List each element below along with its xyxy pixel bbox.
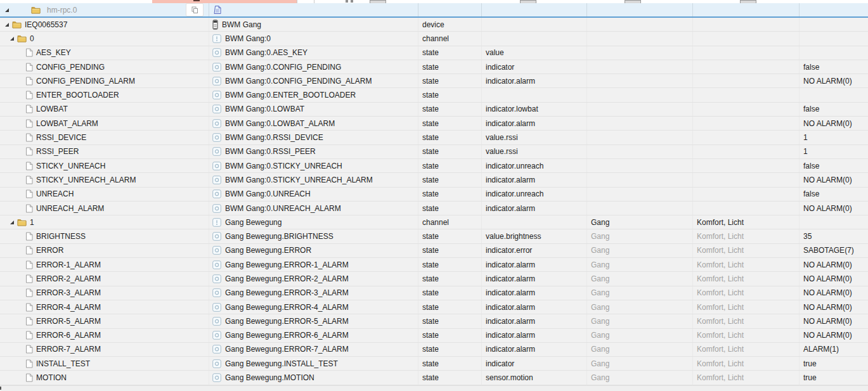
state-icon (212, 359, 221, 368)
tree-item-label: BRIGHTNESS (36, 232, 86, 241)
toolbar-button-fragment[interactable] (625, 0, 641, 3)
tree-item-label: UNREACH (36, 189, 74, 198)
table-row[interactable]: ERROR-5_ALARMGang Bewegung.ERROR-5_ALARM… (0, 314, 868, 328)
state-icon (212, 345, 221, 354)
room-cell: Gang (587, 272, 693, 285)
table-row[interactable]: AES_KEYBWM Gang:0.AES_KEYstatevalue (0, 46, 868, 60)
role-cell-text: indicator.alarm (486, 345, 535, 354)
room-cell: Gang (587, 343, 693, 356)
root-function-cell (693, 3, 800, 16)
tree-cell: ERROR-1_ALARM (0, 258, 209, 271)
tree-item-label: STICKY_UNREACH_ALARM (36, 176, 136, 184)
table-row[interactable]: ERROR-1_ALARMGang Bewegung.ERROR-1_ALARM… (0, 258, 868, 272)
table-row[interactable]: ENTER_BOOTLOADERBWM Gang:0.ENTER_BOOTLOA… (0, 88, 868, 102)
tree-cell: ENTER_BOOTLOADER (0, 88, 209, 101)
table-row[interactable]: CONFIG_PENDING_ALARMBWM Gang:0.CONFIG_PE… (0, 74, 868, 88)
room-cell-text: Gang (591, 317, 609, 326)
object-name-label: Gang Bewegung.MOTION (225, 373, 314, 382)
document-icon (212, 5, 222, 15)
type-cell-text: state (422, 105, 439, 113)
room-cell (587, 159, 693, 172)
table-row[interactable]: STICKY_UNREACHBWM Gang:0.STICKY_UNREACHs… (0, 159, 868, 173)
role-cell-text: value.brightness (486, 232, 541, 241)
copy-id-button[interactable] (186, 3, 204, 16)
object-name-label: Gang Bewegung.ERROR (225, 246, 311, 255)
room-cell: Gang (587, 215, 693, 229)
table-row[interactable]: LOWBAT_ALARMBWM Gang:0.LOWBAT_ALARMstate… (0, 117, 868, 131)
value-cell: true (800, 371, 868, 384)
state-icon (212, 48, 221, 57)
table-row[interactable]: 1Gang BewegungchannelGangKomfort, Licht (0, 215, 868, 229)
bottom-scroll-strip[interactable] (0, 385, 868, 391)
table-row[interactable]: UNREACH_ALARMBWM Gang:0.UNREACH_ALARMsta… (0, 202, 868, 215)
toolbar-button-fragment[interactable] (740, 0, 756, 3)
tree-item-label: RSSI_PEER (36, 147, 79, 156)
role-cell-text: indicator.alarm (486, 77, 535, 86)
table-row[interactable]: ERRORGang Bewegung.ERRORstateindicator.e… (0, 244, 868, 258)
type-cell: state (418, 46, 482, 60)
table-row[interactable]: MOTIONGang Bewegung.MOTIONstatesensor.mo… (0, 371, 868, 385)
table-row[interactable]: ERROR-2_ALARMGang Bewegung.ERROR-2_ALARM… (0, 272, 868, 286)
room-cell: Gang (587, 300, 693, 314)
table-row[interactable]: IEQ0065537BWM Gangdevice (0, 18, 868, 32)
function-cell (693, 202, 800, 215)
tree-item-label: ERROR-2_ALARM (36, 274, 101, 283)
table-row[interactable]: RSSI_PEERBWM Gang:0.RSSI_PEERstatevalue.… (0, 145, 868, 159)
tree-row-root[interactable]: hm-rpc.0 (0, 3, 868, 18)
table-row[interactable]: STICKY_UNREACH_ALARMBWM Gang:0.STICKY_UN… (0, 173, 868, 187)
value-cell: false (800, 188, 868, 201)
table-row[interactable]: LOWBATBWM Gang:0.LOWBATstateindicator.lo… (0, 103, 868, 117)
file-icon (25, 274, 33, 283)
role-cell-text: indicator.alarm (486, 288, 535, 297)
table-row[interactable]: ERROR-6_ALARMGang Bewegung.ERROR-6_ALARM… (0, 329, 868, 343)
expander-icon[interactable] (10, 220, 15, 225)
table-row[interactable]: UNREACHBWM Gang:0.UNREACHstateindicator.… (0, 188, 868, 202)
room-cell-text: Gang (591, 274, 609, 283)
role-cell: indicator.alarm (482, 329, 587, 342)
object-name-cell: Gang Bewegung.ERROR-5_ALARM (209, 314, 418, 328)
function-cell (693, 173, 800, 186)
tree-cell: STICKY_UNREACH_ALARM (0, 173, 209, 186)
table-row[interactable]: ERROR-3_ALARMGang Bewegung.ERROR-3_ALARM… (0, 286, 868, 300)
room-cell: Gang (587, 329, 693, 342)
function-cell: Komfort, Licht (693, 343, 800, 356)
table-row[interactable]: RSSI_DEVICEBWM Gang:0.RSSI_DEVICEstateva… (0, 131, 868, 144)
table-row[interactable]: 0BWM Gang:0channel (0, 32, 868, 46)
tree-item-label: ERROR-7_ALARM (36, 345, 101, 354)
table-row[interactable]: INSTALL_TESTGang Bewegung.INSTALL_TESTst… (0, 357, 868, 371)
object-name-cell: Gang Bewegung.ERROR-6_ALARM (209, 329, 418, 342)
value-cell: NO ALARM(0) (800, 314, 868, 328)
object-name-cell: BWM Gang:0.RSSI_PEER (209, 145, 418, 158)
file-icon (25, 359, 33, 368)
object-name-cell: BWM Gang:0.STICKY_UNREACH_ALARM (209, 173, 418, 186)
expander-icon[interactable] (10, 36, 15, 41)
room-cell: Gang (587, 371, 693, 384)
state-icon (212, 232, 221, 241)
object-name-cell: Gang Bewegung.MOTION (209, 371, 418, 384)
folder-icon (31, 6, 41, 14)
expander-icon[interactable] (4, 8, 10, 13)
table-row[interactable]: CONFIG_PENDINGBWM Gang:0.CONFIG_PENDINGs… (0, 60, 868, 74)
table-row[interactable]: BRIGHTNESSGang Bewegung.BRIGHTNESSstatev… (0, 229, 868, 243)
device-icon (212, 20, 218, 30)
table-row[interactable]: ERROR-7_ALARMGang Bewegung.ERROR-7_ALARM… (0, 343, 868, 357)
root-node-label: hm-rpc.0 (47, 6, 77, 15)
table-row[interactable]: ERROR-4_ALARMGang Bewegung.ERROR-4_ALARM… (0, 300, 868, 314)
room-cell: Gang (587, 229, 693, 243)
tree-item-label: ERROR-6_ALARM (36, 331, 101, 340)
function-cell-text: Komfort, Licht (697, 246, 744, 255)
toolbar-button-fragment[interactable] (370, 0, 386, 3)
function-cell-text: Komfort, Licht (697, 232, 744, 241)
tree-cell: AES_KEY (0, 46, 209, 60)
expander-icon[interactable] (4, 22, 10, 27)
function-cell: Komfort, Licht (693, 229, 800, 243)
function-cell: Komfort, Licht (693, 329, 800, 342)
type-cell: state (418, 117, 482, 130)
toolbar-button-fragment[interactable] (520, 0, 536, 3)
file-icon (25, 48, 33, 57)
room-cell (587, 188, 693, 201)
value-cell-text: false (803, 162, 819, 170)
root-role-cell (482, 3, 587, 16)
tree-cell: ERROR-5_ALARM (0, 314, 209, 328)
role-cell: indicator.alarm (482, 343, 587, 356)
